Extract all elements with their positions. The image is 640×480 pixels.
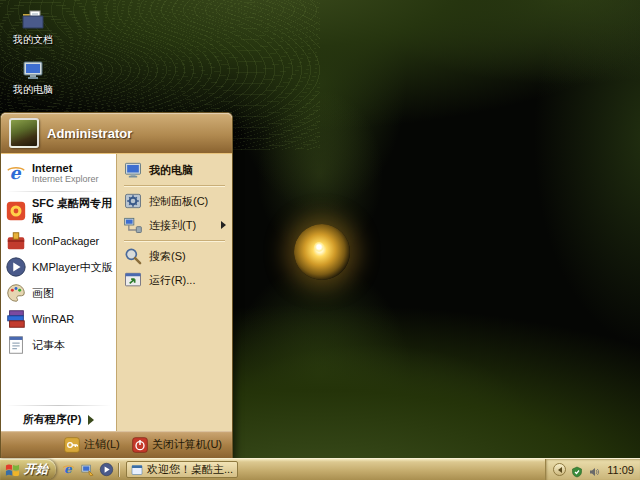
taskbar-empty-space [238, 459, 545, 480]
menu-item-kmplayer[interactable]: KMPlayer中文版 [1, 254, 116, 280]
menu-separator [6, 191, 111, 192]
svg-text:e: e [10, 163, 22, 183]
my-computer-icon [21, 58, 45, 82]
menu-item-search[interactable]: 搜索(S) [117, 244, 232, 268]
desktop-icon-my-computer[interactable]: 我的电脑 [4, 58, 62, 95]
winrar-icon [5, 308, 27, 330]
user-name: Administrator [47, 126, 132, 141]
start-button[interactable]: 开始 [0, 459, 56, 480]
tray-volume-icon[interactable] [588, 464, 600, 476]
paint-icon [5, 282, 27, 304]
menu-item-sfc[interactable]: SFC 桌酷网专用版 [1, 194, 116, 228]
task-button-zhuoku-window[interactable]: 欢迎您！桌酷主... [126, 461, 238, 478]
start-menu-header: Administrator [1, 113, 232, 153]
tray-chevron-icon[interactable] [553, 463, 566, 476]
all-programs-arrow-icon [88, 415, 94, 425]
menu-item-run[interactable]: 运行(R)... [117, 268, 232, 292]
menu-item-my-computer[interactable]: 我的电脑 [117, 158, 232, 182]
my-computer-icon [123, 160, 143, 180]
all-programs-button[interactable]: 所有程序(P) [1, 408, 116, 431]
desktop: 我的文档 我的电脑 Administrator e Internet Inter… [0, 0, 640, 480]
menu-item-paint[interactable]: 画图 [1, 280, 116, 306]
quick-launch-bar: e [56, 459, 124, 480]
search-icon [123, 246, 143, 266]
log-off-key-icon [64, 437, 80, 453]
windows-flag-icon [5, 462, 20, 477]
quick-launch-internet-explorer-icon[interactable]: e [61, 462, 76, 477]
desktop-icon-label: 我的电脑 [13, 84, 53, 95]
menu-item-control-panel[interactable]: 控制面板(C) [117, 189, 232, 213]
avatar [9, 118, 39, 148]
taskbar: 开始 e 欢迎您！桌酷主... [0, 458, 640, 480]
menu-separator [6, 405, 111, 406]
quick-launch-show-desktop-icon[interactable] [80, 462, 95, 477]
menu-item-iconpackager[interactable]: IconPackager [1, 228, 116, 254]
control-panel-icon [123, 191, 143, 211]
start-button-label: 开始 [24, 461, 48, 478]
menu-item-winrar[interactable]: WinRAR [1, 306, 116, 332]
desktop-icon-my-documents[interactable]: 我的文档 [4, 8, 62, 45]
clock[interactable]: 11:09 [605, 464, 634, 476]
desktop-icon-label: 我的文档 [13, 34, 53, 45]
power-icon [132, 437, 148, 453]
menu-separator [124, 240, 225, 241]
wallpaper-orb [294, 224, 350, 280]
notepad-icon [5, 334, 27, 356]
start-menu-right-column: 我的电脑 控制面板(C) 连接到(T) [116, 154, 232, 431]
menu-item-internet-explorer[interactable]: e Internet Internet Explorer [1, 157, 116, 189]
internet-explorer-icon: e [5, 162, 27, 184]
start-menu-footer: 注销(L) 关闭计算机(U) [1, 431, 232, 458]
log-off-button[interactable]: 注销(L) [64, 437, 119, 453]
shutdown-button[interactable]: 关闭计算机(U) [132, 437, 222, 453]
quick-launch-divider [118, 463, 119, 477]
my-documents-icon [21, 8, 45, 32]
kmplayer-icon [5, 256, 27, 278]
start-menu-left-column: e Internet Internet Explorer SFC 桌酷网专用版 [1, 154, 116, 431]
run-icon [123, 270, 143, 290]
task-window-icon [131, 464, 143, 476]
menu-separator [124, 185, 225, 186]
start-menu: Administrator e Internet Internet Explor… [0, 112, 233, 458]
task-button-label: 欢迎您！桌酷主... [147, 462, 233, 477]
menu-item-connect-to[interactable]: 连接到(T) [117, 213, 232, 237]
connect-to-icon [123, 215, 143, 235]
sfc-icon [5, 200, 27, 222]
tray-antivirus-icon[interactable] [571, 464, 583, 476]
menu-item-notepad[interactable]: 记事本 [1, 332, 116, 358]
submenu-arrow-icon [221, 221, 226, 229]
svg-text:e: e [64, 462, 73, 476]
iconpackager-icon [5, 230, 27, 252]
system-tray: 11:09 [545, 459, 640, 480]
quick-launch-media-player-icon[interactable] [99, 462, 114, 477]
